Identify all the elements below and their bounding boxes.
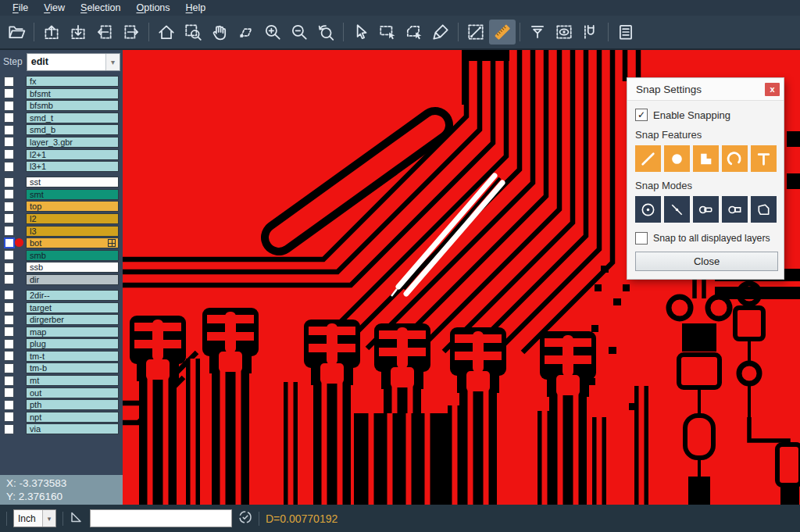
measure-button[interactable] xyxy=(462,20,489,45)
layer-row-smd_t[interactable]: smd_t xyxy=(0,112,123,123)
layer-row-pth[interactable]: pth xyxy=(0,399,123,410)
pan-button[interactable] xyxy=(206,20,233,45)
menu-selection[interactable]: Selection xyxy=(73,1,128,15)
layer-row-2dir--[interactable]: 2dir-- xyxy=(0,290,123,301)
layer-bar-smd_t[interactable]: smd_t xyxy=(26,112,119,123)
layer-checkbox-mt[interactable] xyxy=(4,376,14,386)
snap-arc-button[interactable] xyxy=(722,145,748,172)
layer-checkbox-smt[interactable] xyxy=(4,189,14,199)
layer-bar-npt[interactable]: npt xyxy=(26,412,119,423)
layer-checkbox-layer_3.gbr[interactable] xyxy=(4,137,14,147)
unit-select[interactable]: Inch ▾ xyxy=(13,509,56,527)
snap-magnet-button[interactable] xyxy=(577,20,604,45)
layer-bar-l2+1[interactable]: l2+1 xyxy=(26,149,119,160)
snap-slot-center-button[interactable] xyxy=(693,196,719,223)
layer-bar-layer_3.gbr[interactable]: layer_3.gbr xyxy=(26,137,119,148)
layer-checkbox-via[interactable] xyxy=(4,424,14,434)
layer-bar-tm-t[interactable]: tm-t xyxy=(26,351,119,362)
layer-row-bot[interactable]: bot xyxy=(0,237,123,248)
open-button[interactable] xyxy=(3,20,30,45)
layer-checkbox-target[interactable] xyxy=(4,302,14,312)
close-button[interactable]: Close xyxy=(635,252,778,271)
report-button[interactable] xyxy=(612,20,639,45)
layer-row-plug[interactable]: plug xyxy=(0,338,123,349)
layer-bar-ssb[interactable]: ssb xyxy=(26,262,119,273)
layer-row-target[interactable]: target xyxy=(0,302,123,313)
layer-bar-out[interactable]: out xyxy=(26,387,119,398)
layer-row-smd_b[interactable]: smd_b xyxy=(0,124,123,135)
layer-bar-l3[interactable]: l3 xyxy=(26,226,119,237)
layer-checkbox-npt[interactable] xyxy=(4,412,14,422)
layer-row-via[interactable]: via xyxy=(0,423,123,434)
pcb-canvas[interactable]: Snap Settings x ✓ Enable Snapping Snap F… xyxy=(123,50,800,505)
layer-checkbox-bot[interactable] xyxy=(4,237,15,248)
layer-row-ssb[interactable]: ssb xyxy=(0,262,123,273)
apply-check-icon[interactable] xyxy=(238,510,252,527)
layer-bar-2dir--[interactable]: 2dir-- xyxy=(26,290,119,301)
snap-text-button[interactable] xyxy=(751,145,777,172)
layer-bar-smt[interactable]: smt xyxy=(26,189,119,200)
all-layers-checkbox[interactable] xyxy=(635,232,648,245)
layer-checkbox-tm-t[interactable] xyxy=(4,351,14,361)
layer-bar-tm-b[interactable]: tm-b xyxy=(26,362,119,373)
layer-bar-fx[interactable]: fx xyxy=(26,76,119,87)
layer-row-dirgerber[interactable]: dirgerber xyxy=(0,314,123,325)
layer-row-out[interactable]: out xyxy=(0,387,123,398)
layer-bar-top[interactable]: top xyxy=(26,201,119,212)
zoom-previous-button[interactable] xyxy=(312,20,339,45)
layer-row-l2[interactable]: l2 xyxy=(0,213,123,224)
enable-snapping-checkbox[interactable]: ✓ xyxy=(635,109,648,121)
layer-row-l2+1[interactable]: l2+1 xyxy=(0,149,123,160)
layer-row-map[interactable]: map xyxy=(0,327,123,337)
layer-bar-bot[interactable]: bot xyxy=(26,237,119,248)
layer-bar-sst[interactable]: sst xyxy=(26,177,119,187)
layer-checkbox-dirgerber[interactable] xyxy=(4,315,14,325)
import-down-button[interactable] xyxy=(65,20,91,45)
menu-view[interactable]: View xyxy=(36,1,73,15)
layer-bar-bfsmt[interactable]: bfsmt xyxy=(26,88,119,99)
zoom-in-button[interactable] xyxy=(259,20,286,45)
layer-row-tm-t[interactable]: tm-t xyxy=(0,351,123,362)
dialog-title-bar[interactable]: Snap Settings x xyxy=(627,78,784,101)
layer-bar-bfsmb[interactable]: bfsmb xyxy=(26,100,119,111)
import-up-button[interactable] xyxy=(38,20,65,45)
snap-slot-end-button[interactable] xyxy=(722,196,748,223)
brush-button[interactable] xyxy=(427,20,454,45)
layer-row-bfsmt[interactable]: bfsmt xyxy=(0,88,123,99)
measure-input[interactable] xyxy=(90,509,232,527)
snap-closest-point-button[interactable] xyxy=(664,196,690,223)
import-right-button[interactable] xyxy=(118,20,145,45)
layer-bar-pth[interactable]: pth xyxy=(26,399,119,410)
layer-checkbox-l2+1[interactable] xyxy=(4,149,14,159)
layer-bar-dirgerber[interactable]: dirgerber xyxy=(26,314,119,325)
layer-checkbox-plug[interactable] xyxy=(4,339,14,349)
layer-checkbox-smd_b[interactable] xyxy=(4,125,14,135)
snap-line-button[interactable] xyxy=(635,145,661,172)
layer-checkbox-smb[interactable] xyxy=(4,250,14,260)
grid-icon[interactable] xyxy=(108,239,116,247)
snap-center-button[interactable] xyxy=(635,196,661,223)
select-rect-button[interactable] xyxy=(374,20,401,45)
layer-row-smt[interactable]: smt xyxy=(0,189,123,200)
layer-row-sst[interactable]: sst xyxy=(0,177,123,187)
step-select[interactable]: edit ▾ xyxy=(27,53,120,71)
layer-row-fx[interactable]: fx xyxy=(0,76,123,87)
layer-row-l3+1[interactable]: l3+1 xyxy=(0,161,123,172)
layer-row-top[interactable]: top xyxy=(0,201,123,212)
select-button[interactable] xyxy=(348,20,374,45)
layer-row-npt[interactable]: npt xyxy=(0,412,123,423)
layer-row-mt[interactable]: mt xyxy=(0,375,123,386)
layer-checkbox-pth[interactable] xyxy=(4,400,14,410)
layer-checkbox-smd_t[interactable] xyxy=(4,112,14,123)
layer-checkbox-map[interactable] xyxy=(4,327,14,337)
layer-bar-l2[interactable]: l2 xyxy=(26,213,119,224)
layer-bar-map[interactable]: map xyxy=(26,327,119,337)
layer-bar-l3+1[interactable]: l3+1 xyxy=(26,161,119,172)
zoom-window-button[interactable] xyxy=(180,20,206,45)
layer-bar-via[interactable]: via xyxy=(26,423,119,434)
layer-checkbox-fx[interactable] xyxy=(4,77,14,87)
zoom-out-button[interactable] xyxy=(286,20,312,45)
layer-row-l3[interactable]: l3 xyxy=(0,226,123,237)
snap-surface-button[interactable] xyxy=(693,145,719,172)
snap-pad-button[interactable] xyxy=(664,145,690,172)
